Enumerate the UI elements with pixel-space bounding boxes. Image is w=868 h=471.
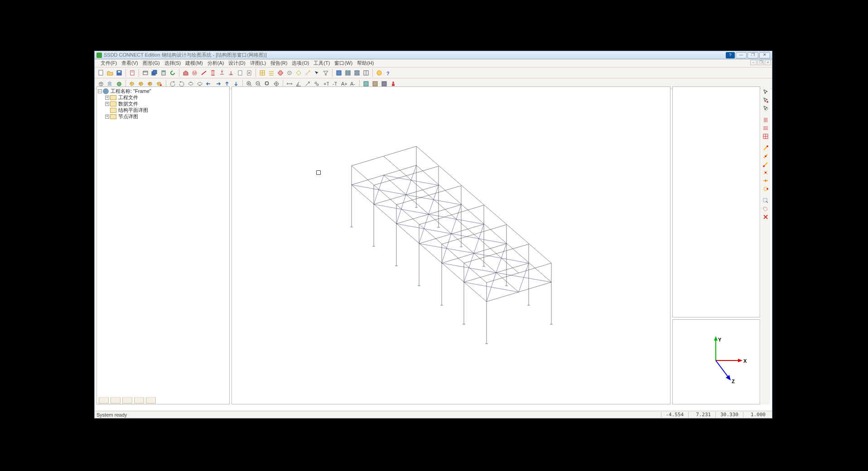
grid-icon[interactable]	[258, 69, 266, 77]
svg-point-151	[765, 155, 767, 157]
svg-line-123	[451, 205, 461, 234]
hsplit-icon[interactable]	[353, 69, 361, 77]
home-icon[interactable]	[182, 69, 190, 77]
svg-line-101	[396, 186, 461, 205]
tree-collapse-icon[interactable]: −	[98, 89, 102, 93]
select-poly-icon[interactable]	[762, 205, 769, 212]
model-viewport[interactable]	[231, 87, 670, 404]
menu-window[interactable]: 窗口(W)	[332, 60, 355, 67]
svg-line-91	[384, 156, 519, 273]
select-box-icon[interactable]	[762, 197, 769, 204]
menu-tools[interactable]: 工具(T)	[311, 60, 332, 67]
tree-tab[interactable]	[134, 397, 144, 404]
tree-item-label[interactable]: 数据文件	[118, 101, 138, 107]
snap6-icon[interactable]	[762, 185, 769, 192]
svg-point-48	[315, 82, 317, 84]
mdi-minimize[interactable]: –	[750, 60, 757, 65]
menu-help[interactable]: 帮助(H)	[355, 60, 376, 67]
pick-icon[interactable]	[313, 69, 321, 77]
red-mark-icon[interactable]: Ⓜ	[191, 69, 199, 77]
svg-line-125	[474, 224, 484, 253]
svg-text:Z: Z	[732, 379, 735, 384]
folder-icon	[110, 101, 116, 106]
sheet-x-icon[interactable]	[245, 69, 253, 77]
sheet-icon[interactable]	[236, 69, 244, 77]
svg-rect-5	[143, 71, 148, 75]
menu-graphics[interactable]: 图形(G)	[140, 60, 162, 67]
column-icon[interactable]	[209, 69, 217, 77]
menu-file[interactable]: 文件(F)	[98, 60, 119, 67]
status-scale: 1.000	[743, 412, 770, 418]
menu-model[interactable]: 建模(M)	[183, 60, 205, 67]
tree-tab[interactable]	[99, 397, 109, 404]
svg-marker-137	[726, 375, 731, 380]
report-icon[interactable]	[128, 69, 136, 77]
open-icon[interactable]	[106, 69, 114, 77]
filter-icon[interactable]	[322, 69, 330, 77]
snap4-icon[interactable]	[762, 169, 769, 176]
folder-icon	[110, 108, 116, 113]
svg-point-22	[289, 72, 290, 73]
svg-text:Y: Y	[718, 337, 722, 342]
tile-icon[interactable]	[344, 69, 352, 77]
load-up-icon[interactable]	[218, 69, 226, 77]
snap3-icon[interactable]	[762, 161, 769, 168]
pointer-icon[interactable]	[762, 88, 769, 96]
tree-tab[interactable]	[122, 397, 132, 404]
menu-select[interactable]: 选择(S)	[162, 60, 183, 67]
wand-icon[interactable]	[304, 69, 312, 77]
level-icon[interactable]	[267, 69, 275, 77]
delete-icon[interactable]	[762, 213, 769, 221]
svg-text:?: ?	[386, 71, 390, 76]
alignv-icon[interactable]	[762, 116, 769, 124]
beam-icon[interactable]	[200, 69, 208, 77]
mdi-restore[interactable]: ❐	[757, 60, 764, 65]
support-icon[interactable]	[227, 69, 235, 77]
grid2-icon[interactable]	[762, 133, 769, 140]
tree-tab[interactable]	[146, 397, 156, 404]
window-icon[interactable]	[141, 69, 149, 77]
tree-expand-icon[interactable]: +	[105, 115, 109, 119]
alignh-icon[interactable]	[762, 125, 769, 132]
tree-item-label[interactable]: 结构平面详图	[118, 107, 148, 114]
help-icon[interactable]: ?	[384, 69, 392, 77]
tree-item-label[interactable]: 节点详图	[118, 113, 138, 120]
snap5-icon[interactable]	[762, 177, 769, 184]
snap2-icon[interactable]	[762, 153, 769, 160]
svg-line-111	[419, 214, 429, 244]
menu-report[interactable]: 报告(R)	[268, 60, 289, 67]
menu-options[interactable]: 选项(O)	[289, 60, 311, 67]
menu-design[interactable]: 设计(D)	[226, 60, 247, 67]
svg-line-115	[464, 253, 474, 282]
refresh-icon[interactable]	[169, 69, 177, 77]
help-button[interactable]: ?	[726, 52, 735, 58]
svg-line-129	[519, 263, 529, 292]
vsplit-icon[interactable]	[362, 69, 370, 77]
snap1-icon[interactable]	[762, 144, 769, 152]
tag-icon[interactable]	[294, 69, 303, 77]
isect-icon[interactable]	[276, 69, 285, 77]
menu-analysis[interactable]: 分析(A)	[205, 60, 227, 67]
minimize-button[interactable]: —	[736, 52, 747, 58]
panel-icon[interactable]	[335, 69, 343, 77]
tree-tab[interactable]	[111, 397, 121, 404]
svg-line-95	[419, 224, 484, 244]
svg-marker-134	[738, 359, 743, 362]
pointer-node-icon[interactable]	[762, 96, 769, 104]
pointer-edge-icon[interactable]	[762, 105, 769, 112]
tree-expand-icon[interactable]: +	[105, 102, 109, 106]
menu-detail[interactable]: 详图(L)	[248, 60, 268, 67]
save-icon[interactable]	[115, 69, 123, 77]
tree-root-label[interactable]: 工程名称: "Frame"	[111, 88, 151, 95]
tree-expand-icon[interactable]: +	[105, 96, 109, 100]
menu-view[interactable]: 查看(V)	[119, 60, 140, 67]
about-icon[interactable]	[375, 69, 383, 77]
close-button[interactable]: ✕	[759, 52, 770, 58]
mdi-close[interactable]: ×	[765, 60, 771, 65]
save-all-icon[interactable]	[150, 69, 159, 77]
tree-item-label[interactable]: 工程文件	[118, 94, 138, 101]
calc-icon[interactable]	[159, 69, 168, 77]
maximize-button[interactable]: ❐	[747, 52, 758, 58]
ident-icon[interactable]	[285, 69, 294, 77]
new-icon[interactable]	[97, 69, 105, 77]
